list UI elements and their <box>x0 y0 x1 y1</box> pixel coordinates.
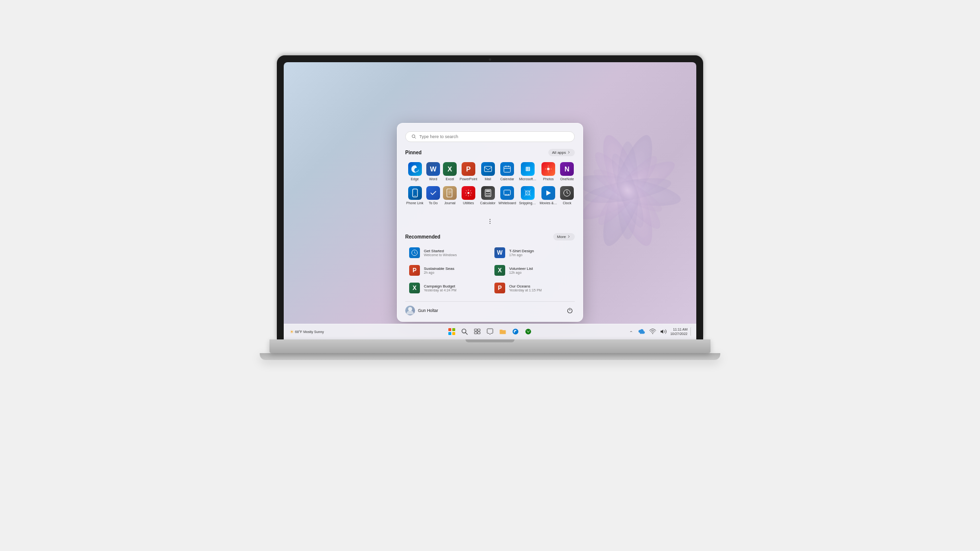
app-snipping[interactable]: Snipping Tool <box>518 184 538 207</box>
svg-marker-36 <box>546 191 551 196</box>
chevron-right-icon <box>567 150 571 154</box>
app-whiteboard[interactable]: Whiteboard <box>497 184 517 207</box>
start-button[interactable] <box>447 327 457 336</box>
rec-tshirt[interactable]: W T-Shirt Design 17m ago <box>490 244 575 261</box>
app-calendar[interactable]: Calendar <box>497 160 517 183</box>
svg-rect-20 <box>447 189 452 197</box>
app-photos[interactable]: Photos <box>539 160 558 183</box>
rec-name-get-started: Get Started <box>424 249 457 253</box>
app-store[interactable]: ⊞ Microsoft Store <box>518 160 538 183</box>
svg-line-41 <box>466 333 467 335</box>
app-clock[interactable]: Clock <box>559 184 575 207</box>
app-excel[interactable]: X Excel <box>442 160 458 183</box>
user-info[interactable]: Gun Holtar <box>405 306 438 315</box>
tray-wifi[interactable] <box>648 327 658 336</box>
rec-campaign[interactable]: X Campaign Budget Yesterday at 4:24 PM <box>405 280 490 296</box>
app-label-calculator: Calculator <box>480 201 496 205</box>
search-input[interactable] <box>419 134 568 139</box>
rec-time-campaign: Yesterday at 4:24 PM <box>424 288 457 292</box>
app-label-onenote: OneNote <box>560 177 574 181</box>
all-apps-button[interactable]: All apps <box>548 149 575 156</box>
app-label-snipping: Snipping Tool <box>519 201 537 205</box>
clock-area[interactable]: 11:11 AM 10/27/2022 <box>670 327 687 336</box>
app-powerpoint[interactable]: P PowerPoint <box>459 160 478 183</box>
rec-name-volunteer: Volunteer List <box>509 266 533 271</box>
app-label-excel: Excel <box>445 177 454 181</box>
taskbar-chat[interactable] <box>485 327 495 336</box>
rec-info-tshirt: T-Shirt Design 17m ago <box>509 249 534 257</box>
screen-lid: Pinned All apps <box>277 55 703 339</box>
app-edge[interactable]: Edge <box>405 160 424 183</box>
svg-rect-45 <box>478 332 480 334</box>
rec-get-started[interactable]: Get Started Welcome to Windows <box>405 244 490 261</box>
taskbar-explorer[interactable] <box>498 327 508 336</box>
rec-oceans[interactable]: P Our Oceans Yesterday at 1:15 PM <box>490 280 575 296</box>
svg-rect-33 <box>504 190 511 195</box>
app-mail[interactable]: Mail <box>479 160 497 183</box>
chevron-right-icon-rec <box>567 235 571 239</box>
taskview-icon <box>474 328 481 335</box>
app-movies[interactable]: Movies & TV <box>539 184 558 207</box>
app-label-utilities: Utilities <box>463 201 474 205</box>
rec-info-get-started: Get Started Welcome to Windows <box>424 249 457 257</box>
taskbar-edge[interactable] <box>511 327 520 336</box>
app-label-mail: Mail <box>485 177 491 181</box>
tray-volume[interactable] <box>659 327 668 336</box>
app-label-store: Microsoft Store <box>519 177 537 181</box>
app-todo[interactable]: To Do <box>425 184 441 207</box>
tray-chevron[interactable] <box>626 327 636 336</box>
weather-condition: Mostly Sunny <box>303 330 324 334</box>
app-word[interactable]: W Word <box>425 160 441 183</box>
app-phonelink[interactable]: Phone Link <box>405 184 424 207</box>
app-onenote[interactable]: N OneNote <box>559 160 575 183</box>
app-label-clock: Clock <box>563 201 571 205</box>
laptop-bottom <box>260 353 720 360</box>
taskbar-xbox[interactable] <box>523 327 533 336</box>
clock-time: 11:11 AM <box>670 327 687 332</box>
show-desktop[interactable] <box>690 327 692 336</box>
app-label-whiteboard: Whiteboard <box>498 201 516 205</box>
rec-info-oceans: Our Oceans Yesterday at 1:15 PM <box>509 284 542 292</box>
app-calculator[interactable]: Calculator <box>479 184 497 207</box>
taskbar-right: 11:11 AM 10/27/2022 <box>626 327 692 336</box>
app-utilities[interactable]: Utilities <box>459 184 478 207</box>
folder-icon <box>499 328 506 335</box>
tray-onedrive[interactable] <box>637 327 647 336</box>
start-menu: Pinned All apps <box>397 123 583 322</box>
svg-point-19 <box>415 195 416 196</box>
app-label-movies: Movies & TV <box>539 201 557 205</box>
app-label-todo: To Do <box>429 201 438 205</box>
taskbar-search[interactable] <box>460 327 469 336</box>
rec-sustainable[interactable]: P Sustainable Seas 2h ago <box>405 262 490 279</box>
rec-subtitle-get-started: Welcome to Windows <box>424 253 457 257</box>
taskbar-left: ☀ 68°F Mostly Sunny <box>288 328 326 335</box>
app-label-photos: Photos <box>543 177 554 181</box>
user-name: Gun Holtar <box>418 308 438 313</box>
pinned-title: Pinned <box>405 150 421 155</box>
svg-point-31 <box>487 195 488 196</box>
more-button[interactable]: More <box>553 233 575 240</box>
rec-info-sustainable: Sustainable Seas 2h ago <box>424 266 454 274</box>
power-button[interactable] <box>565 306 575 315</box>
taskbar-taskview[interactable] <box>472 327 482 336</box>
search-bar[interactable] <box>405 131 575 142</box>
laptop: Pinned All apps <box>270 55 710 496</box>
svg-rect-44 <box>474 332 477 334</box>
wifi-icon <box>649 328 656 335</box>
svg-point-47 <box>652 333 653 334</box>
svg-line-11 <box>415 137 416 138</box>
xbox-icon <box>525 328 532 335</box>
desktop: Pinned All apps <box>284 62 696 339</box>
rec-time-oceans: Yesterday at 1:15 PM <box>509 288 542 292</box>
svg-rect-43 <box>478 329 480 331</box>
rec-name-oceans: Our Oceans <box>509 284 542 288</box>
weather-widget[interactable]: ☀ 68°F Mostly Sunny <box>288 328 326 335</box>
overflow-dots[interactable] <box>485 215 495 228</box>
app-journal[interactable]: Journal <box>442 184 458 207</box>
rec-volunteer[interactable]: X Volunteer List 12h ago <box>490 262 575 279</box>
user-avatar <box>405 306 415 315</box>
svg-rect-13 <box>504 166 511 172</box>
system-tray[interactable] <box>626 327 668 336</box>
svg-point-17 <box>547 168 549 170</box>
svg-point-46 <box>525 329 531 335</box>
